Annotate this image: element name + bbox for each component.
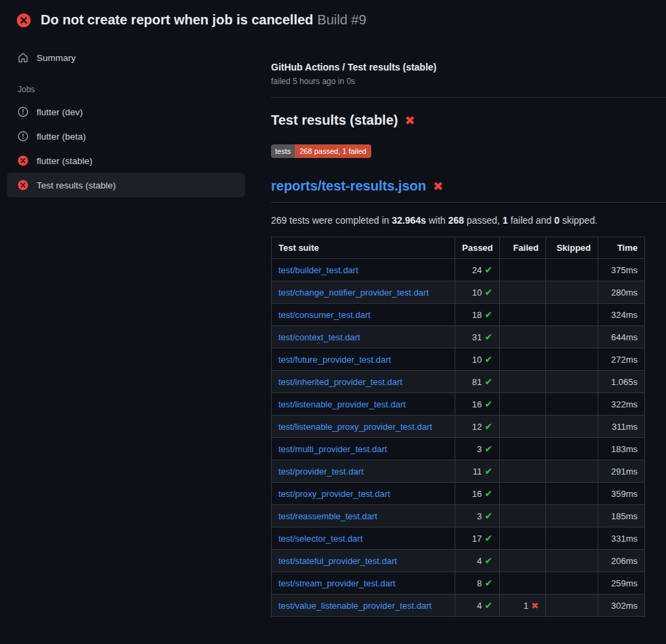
test-suite-link[interactable]: test/stateful_provider_test.dart [278,556,397,566]
check-icon: ✔ [484,600,493,611]
test-suite-link[interactable]: test/inherited_provider_test.dart [278,377,402,387]
table-row: test/stateful_provider_test.dart4✔206ms [272,550,645,572]
skipped-cell [546,348,598,371]
table-row: test/listenable_provider_test.dart16✔322… [272,393,645,416]
summary-skipped: 0 [554,215,560,226]
failed-circle-icon [16,13,31,28]
x-icon: ✖ [531,601,539,611]
divider [271,97,666,98]
skipped-cell [546,505,598,527]
skipped-cell [546,371,598,393]
check-icon: ✔ [484,376,493,387]
sidebar-item-summary[interactable]: Summary [7,45,245,70]
run-meta: failed 5 hours ago in 0s [271,77,666,86]
sidebar-item-test-results-stable[interactable]: Test results (stable) [7,173,245,197]
skipped-cell [546,416,598,438]
test-suite-link[interactable]: test/stream_provider_test.dart [278,578,396,588]
test-suite-link[interactable]: test/provider_test.dart [278,466,364,477]
jobs-list: flutter (dev)flutter (beta)flutter (stab… [7,100,245,197]
summary-text: with [426,215,449,226]
skipped-cell [546,304,598,326]
test-suite-link[interactable]: test/listenable_proxy_provider_test.dart [278,422,432,432]
passed-cell: 3✔ [455,438,500,460]
build-number: Build #9 [317,12,366,27]
table-row: test/reassemble_test.dart3✔185ms [272,505,645,527]
time-cell: 331ms [598,527,645,550]
table-row: test/consumer_test.dart18✔324ms [272,304,645,326]
badge-value: 268 passed, 1 failed [295,144,371,158]
test-suite-link[interactable]: test/selector_test.dart [278,534,362,544]
results-table-body: test/builder_test.dart24✔375mstest/chang… [272,259,645,617]
passed-cell: 24✔ [455,259,500,281]
time-cell: 206ms [598,550,645,572]
skipped-cell [546,595,598,617]
check-icon: ✔ [484,488,493,499]
passed-cell: 18✔ [455,304,500,326]
failed-cell [500,572,546,595]
sidebar-item-flutter-stable[interactable]: flutter (stable) [7,148,245,173]
check-icon: ✔ [484,309,493,320]
test-suite-link[interactable]: test/builder_test.dart [278,265,358,275]
sidebar-item-flutter-beta[interactable]: flutter (beta) [7,124,245,148]
test-suite-link[interactable]: test/multi_provider_test.dart [278,444,387,454]
summary-time: 32.964s [392,215,426,226]
passed-cell: 4✔ [455,550,500,572]
test-suite-link[interactable]: test/listenable_provider_test.dart [278,399,406,409]
test-suite-link[interactable]: test/future_provider_test.dart [278,355,391,365]
table-row: test/provider_test.dart11✔291ms [272,460,645,483]
breadcrumb: GitHub Actions / Test results (stable) [271,62,666,73]
failed-x-icon: ✖ [404,115,415,127]
time-cell: 311ms [598,416,645,438]
table-row: test/value_listenable_provider_test.dart… [272,595,645,617]
failed-cell [500,393,546,416]
home-icon [18,52,28,63]
time-cell: 272ms [598,348,645,371]
table-row: test/change_notifier_provider_test.dart1… [272,281,645,304]
time-cell: 644ms [598,326,645,348]
x-circle-icon [18,155,28,166]
check-icon: ✔ [484,331,493,342]
table-row: test/inherited_provider_test.dart81✔1.06… [272,371,645,393]
test-suite-link[interactable]: test/proxy_provider_test.dart [278,489,390,499]
cancelled-circle-icon [18,131,28,142]
time-cell: 291ms [598,460,645,483]
passed-cell: 11✔ [455,460,500,483]
time-cell: 1.065s [598,371,645,393]
skipped-cell [546,326,598,348]
test-suite-link[interactable]: test/reassemble_test.dart [278,511,377,521]
report-link[interactable]: reports/test-results.json [271,178,426,194]
table-row: test/proxy_provider_test.dart16✔359ms [272,483,645,505]
skipped-cell [546,393,598,416]
table-row: test/context_test.dart31✔644ms [272,326,645,348]
passed-cell: 8✔ [455,572,500,595]
summary-failed: 1 [503,215,508,226]
job-label: flutter (dev) [37,107,83,117]
failed-x-icon: ✖ [433,180,443,193]
table-row: test/listenable_proxy_provider_test.dart… [272,416,645,438]
table-row: test/selector_test.dart17✔331ms [272,527,645,550]
skipped-cell [546,259,598,281]
check-icon: ✔ [484,287,493,298]
check-icon: ✔ [484,399,493,409]
time-cell: 185ms [598,505,645,527]
time-cell: 375ms [598,259,645,281]
test-suite-link[interactable]: test/change_notifier_provider_test.dart [278,287,429,298]
column-header-failed: Failed [500,237,546,259]
time-cell: 280ms [598,281,645,304]
check-icon: ✔ [484,421,493,432]
column-header-test-suite: Test suite [272,237,455,259]
failed-cell [500,416,546,438]
check-icon: ✔ [484,264,493,275]
page-title: Do not create report when job is cancell… [41,12,313,27]
passed-cell: 31✔ [455,326,500,348]
test-suite-link[interactable]: test/context_test.dart [278,332,360,342]
sidebar-item-flutter-dev[interactable]: flutter (dev) [7,100,245,124]
column-header-skipped: Skipped [546,237,598,259]
skipped-cell [546,572,598,595]
test-suite-link[interactable]: test/value_listenable_provider_test.dart [278,601,432,611]
table-row: test/multi_provider_test.dart3✔183ms [272,438,645,460]
passed-cell: 4✔ [455,595,500,617]
failed-cell [500,460,546,483]
section-heading: Test results (stable) ✖ [271,113,666,128]
test-suite-link[interactable]: test/consumer_test.dart [278,310,371,320]
